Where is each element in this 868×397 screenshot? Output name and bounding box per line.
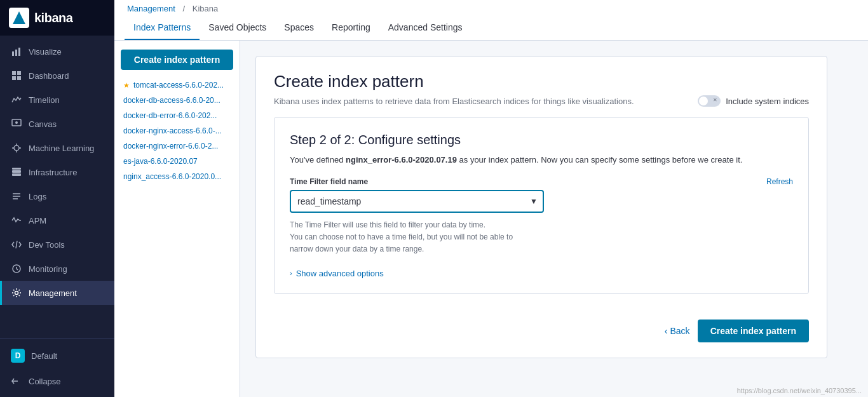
time-filter-select-wrapper: read_timestamp @timestamp No time filter… (290, 190, 544, 213)
sidebar-item-ml[interactable]: Machine Learning (0, 136, 114, 160)
advanced-toggle-label: Show advanced options (296, 269, 384, 278)
sidebar-nav: Visualize Dashboard Timelion Canvas Mach… (0, 36, 114, 338)
devtools-icon (11, 239, 22, 250)
sidebar-item-label: Logs (29, 192, 46, 201)
chevron-right-icon: › (290, 269, 292, 277)
create-index-pattern-button[interactable]: Create index pattern (698, 320, 809, 342)
svg-rect-0 (12, 51, 14, 56)
tab-saved-objects[interactable]: Saved Objects (200, 16, 275, 40)
visualize-icon (11, 46, 22, 57)
back-button[interactable]: ‹ Back (665, 326, 690, 336)
svg-line-20 (16, 241, 17, 248)
hint-text: The Time Filter will use this field to f… (290, 219, 544, 256)
main-area: Management / Kibana Index Patterns Saved… (114, 0, 868, 397)
sidebar-item-label: Dev Tools (29, 240, 65, 250)
field-name-label-row: Time Filter field name Refresh (290, 177, 793, 186)
list-item[interactable]: es-java-6.6.0-2020.07 (121, 154, 233, 169)
toggle-label: Include system indices (726, 97, 809, 106)
tab-index-patterns[interactable]: Index Patterns (125, 16, 200, 40)
sidebar-item-label: Visualize (29, 47, 62, 57)
sidebar-item-default[interactable]: D Default (0, 342, 114, 369)
index-pattern-list: ★ tomcat-access-6.6.0-202... docker-db-a… (121, 77, 233, 184)
logs-icon (11, 191, 22, 202)
sidebar-item-label: Machine Learning (29, 144, 94, 153)
step-desc-suffix: as your index pattern. Now you can speci… (457, 155, 742, 165)
refresh-button[interactable]: Refresh (766, 177, 793, 186)
sidebar-item-collapse[interactable]: Collapse (0, 369, 114, 393)
step-box: Step 2 of 2: Configure settings You've d… (274, 117, 809, 294)
list-item[interactable]: ★ tomcat-access-6.6.0-202... (121, 77, 233, 93)
sidebar: kibana Visualize Dashboard Timelion Canv… (0, 0, 114, 397)
tab-advanced-settings[interactable]: Advanced Settings (379, 16, 471, 40)
back-chevron-icon: ‹ (665, 326, 668, 336)
list-item[interactable]: docker-nginx-access-6.6.0-... (121, 123, 233, 138)
sidebar-item-logs[interactable]: Logs (0, 184, 114, 208)
sidebar-item-management[interactable]: Management (0, 281, 114, 305)
sidebar-item-label: Collapse (29, 377, 61, 386)
index-pattern-name: nginx_access-6.6.0-2020.0... (123, 172, 221, 181)
infrastructure-icon (11, 166, 22, 178)
breadcrumb-current: Kibana (193, 4, 218, 13)
tab-reporting[interactable]: Reporting (323, 16, 379, 40)
svg-rect-16 (12, 168, 21, 170)
sidebar-item-label: Dashboard (29, 71, 69, 81)
step-description: You've defined nginx_error-6.6.0-2020.07… (290, 155, 793, 165)
show-advanced-options-toggle[interactable]: › Show advanced options (290, 269, 793, 278)
index-pattern-name: tomcat-access-6.6.0-202... (133, 81, 224, 90)
list-item[interactable]: docker-db-error-6.6.0-202... (121, 108, 233, 123)
svg-point-22 (15, 292, 18, 295)
index-pattern-value: nginx_error-6.6.0-2020.07.19 (346, 155, 457, 165)
toggle-knob (699, 97, 708, 105)
system-indices-toggle[interactable]: ✕ (698, 95, 721, 107)
svg-rect-5 (12, 76, 16, 80)
sidebar-item-dashboard[interactable]: Dashboard (0, 64, 114, 88)
svg-rect-14 (12, 173, 21, 176)
svg-rect-4 (17, 71, 21, 75)
back-label: Back (670, 326, 690, 336)
time-filter-label: Time Filter field name (290, 177, 368, 186)
hint-line-3: narrow down your data by a time range. (290, 245, 424, 253)
management-gear-icon (11, 287, 22, 299)
index-pattern-name: docker-nginx-access-6.6.0-... (123, 126, 222, 135)
sidebar-item-visualize[interactable]: Visualize (0, 39, 114, 64)
logo-area: kibana (0, 0, 114, 36)
sidebar-item-label: Default (31, 351, 57, 361)
time-filter-select[interactable]: read_timestamp @timestamp No time filter (290, 190, 544, 213)
system-indices-toggle-group: ✕ Include system indices (698, 95, 809, 107)
star-icon: ★ (123, 81, 130, 90)
hint-line-1: The Time Filter will use this field to f… (290, 220, 485, 229)
sidebar-item-apm[interactable]: APM (0, 208, 114, 232)
create-index-pattern-sidebar-button[interactable]: Create index pattern (121, 50, 233, 70)
svg-rect-2 (18, 48, 20, 56)
svg-rect-15 (12, 170, 21, 173)
sidebar-item-timelion[interactable]: Timelion (0, 88, 114, 112)
hint-line-2: You can choose not to have a time field,… (290, 232, 513, 241)
sidebar-item-infrastructure[interactable]: Infrastructure (0, 160, 114, 184)
app-name: kibana (34, 11, 72, 25)
sidebar-item-devtools[interactable]: Dev Tools (0, 232, 114, 257)
kibana-logo-mark (13, 11, 25, 24)
list-item[interactable]: nginx_access-6.6.0-2020.0... (121, 169, 233, 184)
svg-rect-6 (17, 76, 21, 80)
right-panel: Create index pattern Kibana uses index p… (240, 41, 868, 397)
card-footer: ‹ Back Create index pattern (274, 309, 809, 342)
step-desc-prefix: You've defined (290, 155, 346, 165)
index-pattern-name: docker-db-access-6.6.0-20... (123, 96, 220, 105)
sidebar-item-label: Canvas (29, 119, 57, 129)
index-pattern-name: docker-nginx-error-6.6.0-2... (123, 142, 218, 151)
ml-icon (11, 142, 22, 154)
sidebar-item-canvas[interactable]: Canvas (0, 112, 114, 136)
list-item[interactable]: docker-nginx-error-6.6.0-2... (121, 138, 233, 154)
canvas-icon (11, 118, 22, 130)
dashboard-icon (11, 70, 22, 81)
list-item[interactable]: docker-db-access-6.6.0-20... (121, 93, 233, 108)
page-title: Create index pattern (274, 72, 809, 91)
svg-rect-1 (15, 50, 17, 56)
collapse-icon (11, 375, 22, 387)
breadcrumb-parent[interactable]: Management (127, 4, 175, 13)
step-title: Step 2 of 2: Configure settings (290, 133, 793, 147)
sidebar-item-monitoring[interactable]: Monitoring (0, 257, 114, 281)
index-pattern-name: docker-db-error-6.6.0-202... (123, 111, 217, 120)
tab-spaces[interactable]: Spaces (275, 16, 323, 40)
card-subtitle-row: Kibana uses index patterns to retrieve d… (274, 95, 809, 107)
